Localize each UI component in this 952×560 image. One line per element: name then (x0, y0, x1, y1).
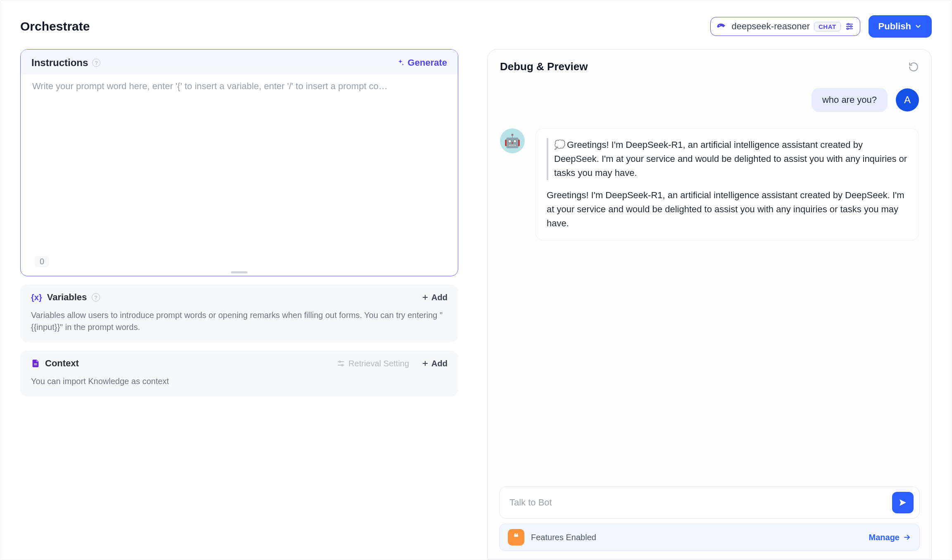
retrieval-setting-button[interactable]: Retrieval Setting (337, 359, 409, 368)
svg-point-2 (847, 24, 849, 25)
svg-point-0 (719, 25, 720, 26)
thought-icon: 💭 (554, 140, 565, 150)
variables-icon: {x} (31, 293, 42, 302)
context-title: Context (45, 358, 79, 369)
variables-title: Variables (47, 292, 87, 303)
model-name: deepseek-reasoner (731, 21, 810, 32)
left-column: Instructions ? Generate 0 (20, 49, 458, 560)
add-variable-label: Add (431, 293, 447, 302)
context-description: You can import Knowledge as context (31, 375, 447, 387)
bot-message-bubble: 💭Greetings! I'm DeepSeek-R1, an artifici… (536, 128, 919, 240)
chevron-down-icon (914, 23, 922, 30)
svg-rect-9 (34, 363, 37, 364)
sliders-icon (337, 359, 345, 368)
char-count: 0 (35, 256, 49, 267)
add-context-label: Add (431, 359, 447, 368)
generate-label: Generate (408, 57, 447, 68)
bot-quote-text: Greetings! I'm DeepSeek-R1, an artificia… (554, 140, 907, 178)
bot-avatar: 🤖 (500, 128, 525, 153)
generate-button[interactable]: Generate (396, 57, 447, 68)
main-area: Instructions ? Generate 0 (20, 49, 932, 560)
variables-header: {x} Variables ? Add (31, 292, 447, 303)
manage-features-button[interactable]: Manage (869, 533, 911, 542)
instructions-body: 0 (26, 74, 452, 270)
context-title-wrap: Context (31, 358, 79, 369)
user-message-bubble: who are you? (812, 88, 888, 112)
refresh-icon (908, 62, 919, 72)
send-button[interactable] (892, 492, 914, 513)
publish-label: Publish (878, 21, 911, 32)
quote-badge-icon: ❝ (508, 529, 524, 546)
arrow-right-icon (903, 533, 911, 541)
context-card: Context Retrieval Setting Add You can im (20, 351, 458, 396)
add-context-button[interactable]: Add (421, 359, 447, 368)
user-avatar: A (896, 88, 919, 112)
resize-handle[interactable] (231, 271, 248, 273)
variables-actions: Add (421, 293, 447, 302)
help-icon[interactable]: ? (92, 59, 100, 67)
whale-icon (716, 21, 727, 32)
preview-panel: Debug & Preview who are you? A 🤖 💭Greeti… (487, 49, 932, 560)
variables-title-wrap: {x} Variables ? (31, 292, 100, 303)
manage-label: Manage (869, 533, 900, 542)
chat-input[interactable] (509, 497, 886, 508)
document-icon (31, 359, 40, 368)
svg-rect-10 (34, 365, 37, 365)
send-icon (898, 498, 908, 508)
header-actions: deepseek-reasoner CHAT Publish (710, 15, 932, 38)
help-icon[interactable]: ? (92, 293, 100, 301)
bot-thought-block: 💭Greetings! I'm DeepSeek-R1, an artifici… (547, 138, 908, 180)
instructions-textarea[interactable] (32, 81, 446, 263)
chat-mode-badge: CHAT (814, 22, 841, 31)
page-title: Orchestrate (20, 19, 90, 33)
sparkle-icon (396, 59, 405, 67)
context-header: Context Retrieval Setting Add (31, 358, 447, 369)
svg-point-12 (339, 361, 340, 362)
preview-header: Debug & Preview (488, 50, 931, 78)
retrieval-setting-label: Retrieval Setting (348, 359, 409, 368)
bot-message-row: 🤖 💭Greetings! I'm DeepSeek-R1, an artifi… (500, 128, 919, 240)
features-left: ❝ Features Enabled (508, 529, 596, 546)
variables-description: Variables allow users to introduce promp… (31, 309, 447, 333)
add-variable-button[interactable]: Add (421, 293, 447, 302)
svg-point-4 (850, 26, 852, 27)
bot-response-text: Greetings! I'm DeepSeek-R1, an artificia… (547, 188, 908, 230)
instructions-title-wrap: Instructions ? (31, 57, 100, 69)
instructions-card: Instructions ? Generate 0 (20, 49, 458, 276)
chat-input-row (499, 486, 920, 519)
model-settings-icon (845, 22, 854, 31)
app-root: Orchestrate deepseek-reasoner CHAT Publi… (0, 0, 952, 560)
features-label: Features Enabled (531, 533, 596, 542)
svg-point-6 (847, 28, 848, 30)
instructions-title: Instructions (31, 57, 88, 69)
instructions-header: Instructions ? Generate (21, 50, 458, 74)
chat-scroll-area[interactable]: who are you? A 🤖 💭Greetings! I'm DeepSee… (488, 78, 931, 486)
preview-title: Debug & Preview (500, 60, 588, 73)
header-bar: Orchestrate deepseek-reasoner CHAT Publi… (20, 10, 932, 49)
plus-icon (421, 360, 429, 367)
variables-card: {x} Variables ? Add Variables allow user… (20, 285, 458, 342)
plus-icon (421, 294, 429, 301)
features-bar: ❝ Features Enabled Manage (499, 524, 920, 551)
publish-button[interactable]: Publish (869, 15, 932, 38)
user-message-row: who are you? A (500, 88, 919, 112)
context-actions: Retrieval Setting Add (337, 359, 447, 368)
model-selector[interactable]: deepseek-reasoner CHAT (710, 17, 860, 36)
refresh-button[interactable] (908, 62, 919, 72)
svg-point-14 (342, 365, 343, 366)
